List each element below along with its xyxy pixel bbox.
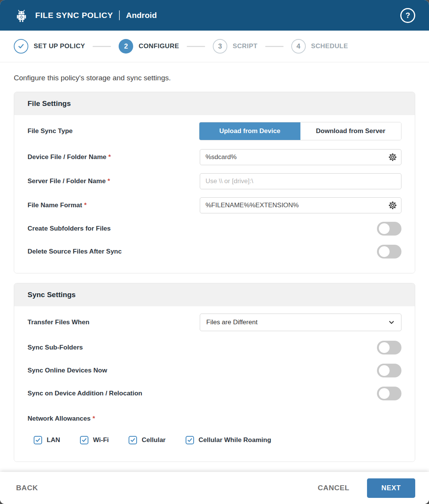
checkbox-label: LAN bbox=[47, 436, 60, 444]
page-title: FILE SYNC POLICY bbox=[35, 11, 113, 20]
network-allowances-label-row: Network Allowances* bbox=[28, 405, 401, 426]
file-sync-type-segmented-control: Upload from Device Download from Server bbox=[199, 122, 401, 140]
sync-online-now-toggle[interactable] bbox=[377, 364, 401, 377]
network-allowances-label: Network Allowances* bbox=[28, 415, 95, 423]
checkmark-icon bbox=[17, 42, 25, 50]
step-complete-circle bbox=[14, 39, 28, 54]
label-text: Server File / Folder Name bbox=[28, 177, 106, 185]
android-icon bbox=[14, 8, 29, 23]
file-sync-policy-dialog: FILE SYNC POLICY Android ? SET UP POLICY… bbox=[0, 0, 429, 504]
checkbox-label: Wi-Fi bbox=[93, 436, 109, 444]
select-value: Files are Different bbox=[206, 319, 258, 326]
sync-subfolders-label: Sync Sub-Folders bbox=[28, 344, 83, 351]
checkbox-box bbox=[186, 436, 194, 444]
toggle-knob bbox=[379, 246, 390, 257]
download-from-server-button[interactable]: Download from Server bbox=[300, 122, 401, 140]
step-set-up-policy[interactable]: SET UP POLICY bbox=[14, 39, 85, 54]
sync-subfolders-row: Sync Sub-Folders bbox=[28, 336, 401, 359]
step-configure[interactable]: 2 CONFIGURE bbox=[119, 39, 179, 54]
step-label: CONFIGURE bbox=[139, 42, 179, 50]
transfer-files-when-row: Transfer Files When Files are Different bbox=[28, 309, 401, 336]
delete-source-row: Delete Source Files After Sync bbox=[28, 240, 401, 263]
server-file-input[interactable] bbox=[200, 173, 401, 189]
file-name-format-row: File Name Format* bbox=[28, 193, 401, 217]
label-text: Device File / Folder Name bbox=[28, 153, 106, 161]
help-icon[interactable]: ? bbox=[400, 8, 415, 23]
wifi-checkbox[interactable]: Wi-Fi bbox=[80, 436, 109, 444]
device-file-row: Device File / Folder Name* bbox=[28, 145, 401, 169]
step-number-circle: 4 bbox=[291, 39, 306, 54]
label-text: File Name Format bbox=[28, 202, 82, 209]
step-number-circle: 3 bbox=[213, 39, 227, 54]
chevron-down-icon bbox=[388, 319, 395, 326]
sync-settings-body: Transfer Files When Files are Different … bbox=[14, 306, 415, 462]
step-label: SET UP POLICY bbox=[34, 42, 85, 50]
file-settings-body: File Sync Type Upload from Device Downlo… bbox=[14, 115, 415, 273]
back-button[interactable]: BACK bbox=[14, 483, 40, 493]
step-label: SCHEDULE bbox=[311, 42, 348, 50]
app-header: FILE SYNC POLICY Android ? bbox=[0, 0, 429, 31]
sync-on-addition-row: Sync on Device Addition / Relocation bbox=[28, 382, 401, 405]
checkbox-label: Cellular While Roaming bbox=[199, 436, 271, 444]
step-connector bbox=[265, 46, 284, 47]
network-allowances-options: LAN Wi-Fi bbox=[28, 426, 401, 452]
checkmark-icon bbox=[187, 437, 192, 443]
cancel-button[interactable]: CANCEL bbox=[315, 483, 352, 493]
step-label: SCRIPT bbox=[233, 42, 258, 50]
create-subfolders-toggle[interactable] bbox=[377, 222, 401, 236]
label-text: Network Allowances bbox=[28, 415, 91, 422]
transfer-files-when-select[interactable]: Files are Different bbox=[200, 314, 401, 331]
delete-source-toggle[interactable] bbox=[377, 245, 401, 259]
next-button[interactable]: NEXT bbox=[367, 478, 415, 498]
file-sync-type-row: File Sync Type Upload from Device Downlo… bbox=[28, 117, 401, 145]
server-file-label: Server File / Folder Name* bbox=[28, 177, 110, 185]
create-subfolders-row: Create Subfolders for Files bbox=[28, 217, 401, 240]
cellular-checkbox[interactable]: Cellular bbox=[129, 436, 165, 444]
sync-settings-card: Sync Settings Transfer Files When Files … bbox=[14, 283, 415, 462]
device-file-label: Device File / Folder Name* bbox=[28, 153, 111, 161]
cellular-roaming-checkbox[interactable]: Cellular While Roaming bbox=[186, 436, 271, 444]
upload-from-device-button[interactable]: Upload from Device bbox=[199, 122, 300, 140]
step-script[interactable]: 3 SCRIPT bbox=[213, 39, 258, 54]
file-name-format-label: File Name Format* bbox=[28, 202, 86, 209]
sync-on-addition-toggle[interactable] bbox=[377, 387, 401, 400]
file-name-format-input[interactable] bbox=[200, 197, 401, 213]
content-area: Configure this policy's storage and sync… bbox=[0, 62, 429, 472]
required-asterisk: * bbox=[108, 153, 111, 161]
required-asterisk: * bbox=[108, 177, 110, 185]
toggle-knob bbox=[379, 365, 390, 376]
section-title: File Settings bbox=[28, 99, 71, 108]
step-schedule[interactable]: 4 SCHEDULE bbox=[291, 39, 348, 54]
step-connector bbox=[93, 46, 111, 47]
sync-online-now-row: Sync Online Devices Now bbox=[28, 359, 401, 382]
file-settings-header: File Settings bbox=[14, 92, 415, 115]
required-asterisk: * bbox=[84, 202, 87, 209]
section-title: Sync Settings bbox=[28, 291, 76, 299]
sync-settings-header: Sync Settings bbox=[14, 283, 415, 306]
delete-source-label: Delete Source Files After Sync bbox=[28, 248, 122, 255]
footer-bar: BACK CANCEL NEXT bbox=[0, 472, 429, 504]
checkbox-box bbox=[34, 436, 42, 444]
toggle-knob bbox=[379, 223, 390, 234]
sync-subfolders-toggle[interactable] bbox=[377, 341, 401, 354]
file-name-format-input-wrap bbox=[200, 197, 401, 213]
step-number-circle: 2 bbox=[119, 39, 133, 54]
sync-on-addition-label: Sync on Device Addition / Relocation bbox=[28, 390, 142, 397]
gear-icon[interactable] bbox=[388, 201, 397, 210]
step-connector bbox=[187, 46, 205, 47]
create-subfolders-label: Create Subfolders for Files bbox=[28, 225, 111, 232]
wizard-stepper: SET UP POLICY 2 CONFIGURE 3 SCRIPT 4 SCH… bbox=[0, 31, 429, 62]
checkbox-box bbox=[80, 436, 88, 444]
toggle-knob bbox=[379, 388, 390, 399]
page-description: Configure this policy's storage and sync… bbox=[14, 74, 415, 82]
checkmark-icon bbox=[35, 437, 41, 443]
device-file-input[interactable] bbox=[200, 149, 401, 165]
transfer-files-when-label: Transfer Files When bbox=[28, 319, 90, 326]
checkmark-icon bbox=[130, 437, 135, 443]
gear-icon[interactable] bbox=[388, 153, 397, 162]
checkbox-box bbox=[129, 436, 137, 444]
file-settings-card: File Settings File Sync Type Upload from… bbox=[14, 92, 415, 273]
file-sync-type-label: File Sync Type bbox=[28, 127, 73, 135]
lan-checkbox[interactable]: LAN bbox=[34, 436, 60, 444]
server-file-row: Server File / Folder Name* bbox=[28, 169, 401, 193]
